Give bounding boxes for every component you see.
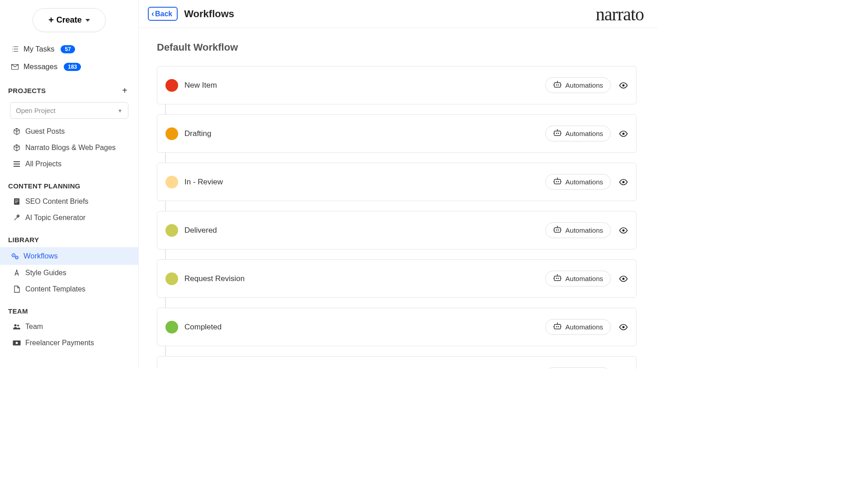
project-all[interactable]: All Projects	[0, 156, 138, 172]
automations-button[interactable]: Automations	[545, 271, 611, 286]
stage-color-dot	[165, 79, 178, 92]
svg-rect-46	[554, 276, 561, 281]
svg-point-29	[623, 132, 625, 135]
cube-icon	[13, 128, 21, 135]
robot-icon	[553, 129, 562, 138]
content-planning-header: CONTENT PLANNING	[0, 172, 138, 193]
automations-button[interactable]: Automations	[545, 174, 611, 190]
svg-point-24	[557, 133, 559, 134]
svg-point-47	[556, 278, 557, 279]
automations-label: Automations	[566, 323, 603, 331]
stage-connector	[165, 201, 166, 211]
content-area: Default Workflow New ItemAutomationsDraf…	[139, 28, 657, 369]
automations-button[interactable]: Automations	[545, 319, 611, 335]
automations-button[interactable]: Automations	[545, 367, 611, 369]
robot-icon	[553, 81, 562, 89]
library-style-guides[interactable]: Style Guides	[0, 265, 138, 281]
cube-icon	[13, 144, 21, 151]
svg-rect-30	[554, 179, 561, 184]
stage-card[interactable]: PublishedAutomations	[157, 356, 637, 369]
svg-point-32	[557, 181, 559, 183]
stage-color-dot	[165, 321, 178, 333]
library-workflows[interactable]: Workflows	[0, 247, 138, 265]
stage-color-dot	[165, 127, 178, 140]
my-tasks-label: My Tasks	[24, 45, 54, 53]
users-icon	[13, 324, 21, 330]
wand-icon	[13, 214, 21, 221]
stage-name: Request Revision	[184, 274, 545, 283]
list-icon	[13, 161, 21, 167]
stage-card[interactable]: CompletedAutomations	[157, 308, 637, 346]
stage-connector	[165, 249, 166, 259]
list-icon	[11, 46, 19, 52]
stage-color-dot	[165, 224, 178, 237]
topbar: ‹ Back Workflows narrato	[139, 0, 657, 28]
nav-messages[interactable]: Messages 183	[0, 58, 138, 75]
gears-icon	[11, 253, 19, 260]
svg-point-39	[556, 230, 557, 231]
svg-point-8	[16, 257, 17, 258]
create-label: Create	[57, 15, 82, 25]
stage-card[interactable]: DraftingAutomations	[157, 114, 637, 153]
plus-icon: +	[48, 15, 54, 25]
content-seo-briefs[interactable]: SEO Content Briefs	[0, 193, 138, 210]
svg-point-13	[16, 342, 18, 344]
library-content-templates[interactable]: Content Templates	[0, 281, 138, 297]
stage-connector	[165, 298, 166, 308]
svg-point-40	[557, 230, 559, 231]
stage-name: In - Review	[184, 178, 545, 187]
svg-point-10	[14, 324, 17, 327]
stage-name: Drafting	[184, 129, 545, 138]
team-header: TEAM	[0, 297, 138, 319]
svg-point-61	[623, 326, 625, 328]
nav-my-tasks[interactable]: My Tasks 57	[0, 40, 138, 58]
robot-icon	[553, 323, 562, 331]
automations-label: Automations	[566, 275, 603, 282]
eye-icon[interactable]	[619, 179, 628, 185]
project-guest-posts[interactable]: Guest Posts	[0, 123, 138, 140]
stage-card[interactable]: In - ReviewAutomations	[157, 163, 637, 201]
chevron-down-icon: ▼	[118, 108, 123, 113]
stage-card[interactable]: New ItemAutomations	[157, 66, 637, 104]
svg-point-48	[557, 278, 559, 279]
stage-card[interactable]: DeliveredAutomations	[157, 211, 637, 249]
automations-label: Automations	[566, 81, 603, 89]
automations-button[interactable]: Automations	[545, 77, 611, 93]
team-link[interactable]: Team	[0, 319, 138, 335]
stage-name: New Item	[184, 81, 545, 90]
automations-button[interactable]: Automations	[545, 222, 611, 238]
stage-color-dot	[165, 176, 178, 188]
automations-button[interactable]: Automations	[545, 126, 611, 141]
stage-name: Completed	[184, 323, 545, 332]
eye-icon[interactable]	[619, 276, 628, 282]
svg-point-56	[557, 326, 559, 328]
library-header: LIBRARY	[0, 226, 138, 247]
svg-rect-54	[554, 324, 561, 329]
messages-count: 183	[64, 63, 81, 71]
envelope-icon	[11, 64, 19, 70]
chevron-down-icon	[85, 19, 90, 22]
svg-point-15	[556, 84, 557, 86]
stage-connector	[165, 346, 166, 356]
svg-point-16	[557, 84, 559, 86]
stage-connector	[165, 153, 166, 163]
eye-icon[interactable]	[619, 227, 628, 234]
svg-point-11	[17, 325, 19, 327]
svg-point-9	[16, 270, 17, 271]
back-button[interactable]: ‹ Back	[148, 7, 178, 21]
project-narrato-blogs[interactable]: Narrato Blogs & Web Pages	[0, 140, 138, 156]
stage-card[interactable]: Request RevisionAutomations	[157, 259, 637, 298]
open-project-select[interactable]: Open Project ▼	[10, 102, 128, 119]
create-button[interactable]: + Create	[33, 8, 106, 32]
svg-point-55	[556, 326, 557, 328]
eye-icon[interactable]	[619, 324, 628, 330]
my-tasks-count: 57	[61, 45, 75, 53]
content-ai-topic[interactable]: AI Topic Generator	[0, 210, 138, 226]
eye-icon[interactable]	[619, 82, 628, 89]
eye-icon[interactable]	[619, 131, 628, 137]
freelancer-payments-link[interactable]: Freelancer Payments	[0, 335, 138, 351]
add-project-button[interactable]: +	[122, 85, 127, 96]
svg-point-45	[623, 229, 625, 231]
stage-color-dot	[165, 272, 178, 285]
svg-point-6	[13, 255, 14, 256]
